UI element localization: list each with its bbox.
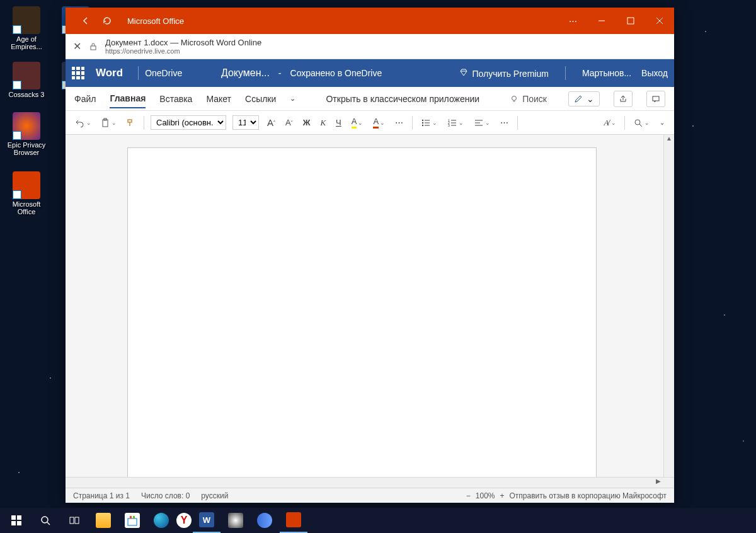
desktop-icon-cossacks[interactable]: Cossacks 3 <box>3 62 50 98</box>
svg-point-5 <box>512 96 517 100</box>
edge-button[interactable] <box>147 508 175 533</box>
scroll-right-icon[interactable]: ▶ <box>653 478 663 488</box>
more-icon[interactable]: ⋯ <box>558 8 587 34</box>
taskview-button[interactable] <box>60 508 88 533</box>
tab-file[interactable]: Файл <box>74 90 96 108</box>
increase-font-button[interactable]: Aˆ <box>265 116 277 129</box>
word-count[interactable]: Число слов: 0 <box>141 491 190 500</box>
page-indicator[interactable]: Страница 1 из 1 <box>73 491 130 500</box>
font-more-button[interactable]: ⋯ <box>393 117 406 129</box>
bold-button[interactable]: Ж <box>301 117 312 129</box>
tab-insert[interactable]: Вставка <box>159 90 192 108</box>
format-painter-button[interactable] <box>123 117 137 129</box>
comments-button[interactable] <box>646 91 665 107</box>
find-button[interactable]: ⌄ <box>631 117 651 129</box>
undo-button[interactable]: ⌄ <box>73 117 93 129</box>
yandex-button[interactable]: Y <box>176 513 192 528</box>
svg-point-25 <box>635 120 640 125</box>
ribbon-tabs: Файл Главная Вставка Макет Ссылки ⌄ Откр… <box>66 87 674 111</box>
saved-status: Сохранено в OneDrive <box>290 68 382 78</box>
word-taskbar-button[interactable]: W <box>193 508 220 533</box>
close-tab-icon[interactable]: ✕ <box>73 40 81 52</box>
document-page[interactable] <box>127 147 597 503</box>
svg-rect-8 <box>103 120 108 127</box>
tab-title: Документ 1.docx — Microsoft Word Online <box>105 38 261 47</box>
pencil-icon <box>574 95 583 103</box>
zoom-level[interactable]: 100% <box>476 491 495 500</box>
app2-button[interactable] <box>251 508 278 533</box>
titlebar: Microsoft Office ⋯ <box>66 8 674 34</box>
edit-mode-dropdown[interactable]: ⌄ <box>568 91 600 106</box>
styles-button[interactable]: A⁄⌄ <box>602 117 618 129</box>
share-button[interactable] <box>614 91 633 107</box>
zoom-in-button[interactable]: + <box>500 491 505 500</box>
numbering-button[interactable]: 123⌄ <box>445 117 466 129</box>
office-taskbar-button[interactable] <box>280 508 307 533</box>
close-button[interactable] <box>645 8 674 34</box>
tab-more[interactable]: ⌄ <box>290 91 295 106</box>
app1-button[interactable] <box>222 508 249 533</box>
italic-button[interactable]: К <box>318 117 328 129</box>
status-bar: Страница 1 из 1 Число слов: 0 русский − … <box>66 488 674 503</box>
tab-layout[interactable]: Макет <box>206 90 231 108</box>
back-icon[interactable] <box>81 16 91 26</box>
document-area: ▲ ▼ <box>66 135 674 503</box>
zoom-out-button[interactable]: − <box>466 491 471 500</box>
maximize-button[interactable] <box>616 8 645 34</box>
start-button[interactable] <box>3 508 30 533</box>
svg-rect-27 <box>11 515 16 520</box>
toolbar: ⌄ ⌄ Calibri (основн... 11 Aˆ Aˇ Ж К Ч A⌄… <box>66 111 674 135</box>
minimize-button[interactable] <box>587 8 616 34</box>
font-color-button[interactable]: A⌄ <box>371 115 387 130</box>
svg-point-10 <box>422 119 423 120</box>
highlight-button[interactable]: A⌄ <box>350 115 365 130</box>
app-title: Microsoft Office <box>127 16 184 26</box>
font-select[interactable]: Calibri (основн... <box>151 115 226 130</box>
svg-point-11 <box>422 122 423 123</box>
premium-link[interactable]: Получить Premium <box>459 68 548 79</box>
svg-rect-33 <box>70 517 74 524</box>
doc-name[interactable]: Докумен... <box>221 67 270 79</box>
paragraph-more-button[interactable]: ⋯ <box>498 117 511 129</box>
scroll-up-icon[interactable]: ▲ <box>664 135 674 146</box>
search-taskbar-button[interactable] <box>32 508 59 533</box>
app-launcher-icon[interactable] <box>72 67 84 79</box>
address-bar: ✕ Документ 1.docx — Microsoft Word Onlin… <box>66 34 674 59</box>
word-header: Word OneDrive Докумен... - Сохранено в O… <box>66 59 674 87</box>
desktop-icon-epic[interactable]: Epic Privacy Browser <box>3 112 50 156</box>
font-size-select[interactable]: 11 <box>232 115 259 130</box>
refresh-icon[interactable] <box>102 16 112 26</box>
svg-line-26 <box>639 124 642 127</box>
align-button[interactable]: ⌄ <box>472 117 492 129</box>
horizontal-scrollbar[interactable]: ▶ <box>66 477 674 488</box>
feedback-link[interactable]: Отправить отзыв в корпорацию Майкрософт <box>510 491 667 500</box>
explorer-button[interactable] <box>89 508 117 533</box>
paste-button[interactable]: ⌄ <box>98 117 118 129</box>
open-in-desktop[interactable]: Открыть в классическом приложении <box>326 94 479 104</box>
language[interactable]: русский <box>201 491 228 500</box>
underline-button[interactable]: Ч <box>334 117 343 129</box>
vertical-scrollbar[interactable]: ▲ ▼ <box>663 135 674 503</box>
bullets-button[interactable]: ⌄ <box>419 117 439 129</box>
office-window: Microsoft Office ⋯ ✕ Документ 1.docx — M… <box>66 8 674 503</box>
svg-line-32 <box>47 522 50 525</box>
tab-home[interactable]: Главная <box>110 89 146 108</box>
word-brand[interactable]: Word <box>96 67 123 79</box>
search-button[interactable]: Поиск <box>510 94 547 104</box>
desktop-icon-office[interactable]: Microsoft Office <box>3 171 50 215</box>
onedrive-link[interactable]: OneDrive <box>145 68 182 78</box>
svg-rect-34 <box>75 517 79 524</box>
svg-rect-4 <box>91 46 96 50</box>
exit-link[interactable]: Выход <box>641 68 668 78</box>
desktop-icon-age[interactable]: Age of Empires... <box>3 6 50 50</box>
decrease-font-button[interactable]: Aˇ <box>284 117 295 129</box>
ribbon-collapse-button[interactable]: ⌄ <box>658 118 667 127</box>
svg-rect-36 <box>130 516 132 519</box>
tab-url: https://onedrive.live.com <box>105 47 261 55</box>
tab-references[interactable]: Ссылки <box>245 90 276 108</box>
svg-point-31 <box>42 517 48 523</box>
store-button[interactable] <box>118 508 146 533</box>
user-name[interactable]: Мартынов... <box>582 68 631 78</box>
svg-rect-7 <box>653 96 659 101</box>
svg-rect-1 <box>627 18 634 24</box>
